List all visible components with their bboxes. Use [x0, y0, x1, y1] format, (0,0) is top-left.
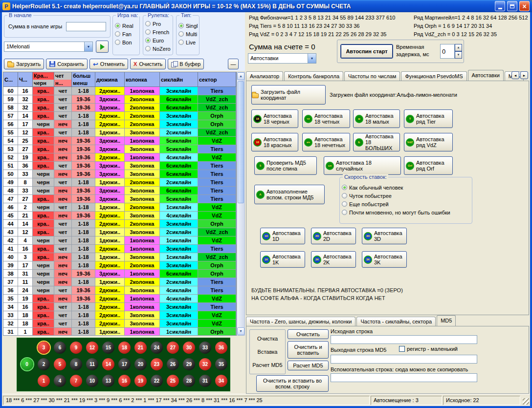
wheel-number-20[interactable]: 20 [134, 358, 147, 370]
chevron-down-icon[interactable]: ▼ [308, 54, 316, 63]
wheel-number-1[interactable]: 1 [38, 375, 50, 387]
md5-out-input[interactable] [331, 355, 477, 364]
wheel-number-22[interactable]: 22 [151, 375, 163, 387]
wheel-number-17[interactable]: 17 [118, 358, 131, 370]
radio-option-3[interactable]: Euro [143, 36, 173, 44]
autobet-button[interactable]: чтАвтоставка 18 четных [302, 109, 350, 128]
autobet-button[interactable]: 2KАвтоставка 2K [311, 251, 356, 268]
wheel-number-21[interactable]: 21 [134, 342, 147, 354]
tab-md5[interactable]: MD5 [437, 315, 456, 326]
spin-up-button[interactable]: ▲ [455, 44, 462, 51]
title-bar[interactable]: Р HelperRoullet 5.1- create helperroulle… [0, 0, 532, 12]
collapse-button[interactable]: — [228, 59, 239, 69]
wheel-number-11[interactable]: 11 [86, 358, 98, 370]
tab-частота-сиклайны-сектора[interactable]: Частота - сиклайны, сектора [356, 317, 436, 326]
autobet-button[interactable]: VdZАвтоставка ряд VdZ [404, 133, 453, 151]
autobet-button[interactable]: 2DАвтоставка 2D [311, 228, 356, 244]
tab-анализатор[interactable]: Анализатор [246, 71, 283, 81]
wheel-number-12[interactable]: 12 [86, 342, 98, 354]
wheel-number-31[interactable]: 31 [199, 375, 211, 387]
autobet-button[interactable]: 1KАвтоставка 1K [260, 251, 305, 268]
autobet-button[interactable]: 18Автоставка 18 красных [251, 133, 298, 151]
profile-combobox[interactable]: 1Melonati ▼ [4, 42, 93, 52]
radio-option-1[interactable]: Pro [143, 20, 173, 28]
tab-функционал-psevdoms[interactable]: Функционал PsevdoMS [401, 71, 466, 81]
wheel-number-35[interactable]: 35 [215, 358, 227, 370]
scroll-thumb[interactable] [238, 81, 244, 203]
md5-paste-aux-button[interactable]: Очистить и вставить во вспом. строку [256, 375, 329, 392]
wheel-number-33[interactable]: 33 [199, 342, 211, 354]
load-coordinates-button[interactable]: Загрузить файл координат [251, 85, 326, 105]
wheel-number-15[interactable]: 15 [102, 342, 114, 354]
wheel-number-18[interactable]: 18 [118, 342, 131, 354]
md5-clear-button[interactable]: Очистить [288, 329, 329, 339]
radio-option-3[interactable]: Bon [113, 38, 139, 46]
play-button[interactable] [96, 41, 109, 53]
wheel-number-9[interactable]: 9 [70, 342, 82, 354]
close-button[interactable]: × [519, 1, 530, 11]
wheel-number-13[interactable]: 13 [102, 375, 114, 387]
autobet-button[interactable]: слАвтоставка 18 случайных [324, 156, 401, 175]
radio-option-2[interactable]: Fan [113, 30, 139, 38]
toolbar-undo-button[interactable]: ↩Отменить [89, 59, 128, 69]
wheel-number-23[interactable]: 23 [151, 358, 163, 370]
radio-option-4[interactable]: Почти мгновенно, но могут быть ошибки [340, 208, 472, 216]
autobets-combobox[interactable]: Автоставки ▼ [248, 53, 316, 64]
autobet-button[interactable]: мАвтоставка 18 малых [353, 109, 400, 128]
autofill-md5-button[interactable]: А Автозаполнение вспом. строки МД5 [254, 185, 325, 204]
md5-clear-paste-button[interactable]: Очистить и вставить [288, 341, 329, 359]
radio-option-4[interactable]: NoZero [143, 44, 173, 53]
wheel-number-28[interactable]: 28 [183, 375, 195, 387]
md5-source-input[interactable] [331, 335, 477, 344]
scroll-down-button[interactable]: ▼ [237, 327, 244, 335]
autobet-button[interactable]: 18Автоставка 18 черных [251, 109, 298, 128]
wheel-number-3[interactable]: 3 [38, 342, 50, 354]
radio-option-2[interactable]: Чуток побыстрее [340, 192, 472, 200]
start-sum-input[interactable] [66, 22, 106, 31]
radio-option-3[interactable]: Live [177, 38, 199, 46]
toolbar-folder-button[interactable]: Загрузить [4, 59, 44, 69]
scroll-up-button[interactable]: ▲ [237, 72, 244, 80]
vertical-scrollbar[interactable]: ▲ ▼ [237, 72, 245, 336]
wheel-number-26[interactable]: 26 [167, 358, 179, 370]
wheel-number-24[interactable]: 24 [151, 342, 163, 354]
wheel-number-16[interactable]: 16 [118, 375, 131, 387]
wheel-number-27[interactable]: 27 [167, 342, 179, 354]
register-checkbox[interactable] [399, 346, 405, 352]
autobet-button[interactable]: 1DАвтоставка 1D [260, 228, 305, 244]
tab-scroll-right-button[interactable]: ► [520, 71, 528, 79]
radio-option-3[interactable]: Еще побыстрей [340, 200, 472, 208]
tab-частота-zero-шансы-дюжины-колонки[interactable]: Частота - Zero, шансы, дюжины, колонки [246, 317, 355, 326]
wheel-number-30[interactable]: 30 [183, 342, 195, 354]
tab-контроль-банкролла[interactable]: Контроль банкролла [284, 71, 343, 81]
maximize-button[interactable] [507, 1, 517, 11]
wheel-number-36[interactable]: 36 [215, 342, 227, 354]
autobet-button[interactable]: OrfАвтоставка ряд Orf [404, 156, 453, 175]
chevron-down-icon[interactable]: ▼ [84, 42, 92, 51]
autospin-start-button[interactable]: Автоспин старт [340, 44, 393, 59]
toolbar-save-button[interactable]: Сохранить [46, 59, 88, 69]
tab-scroll-left-button[interactable]: ◄ [511, 71, 519, 79]
wheel-number-6[interactable]: 6 [54, 342, 66, 354]
tab-частоты-по-числам[interactable]: Частоты по числам [344, 71, 400, 81]
radio-option-1[interactable]: Singl [177, 21, 199, 30]
toolbar-clear-button[interactable]: XОчистить [130, 59, 166, 69]
autobet-button[interactable]: нчАвтоставка 18 нечетных [302, 133, 350, 151]
autobet-button[interactable]: ТАвтоставка ряд Tier [404, 109, 453, 128]
radio-option-1[interactable]: Real [113, 21, 139, 30]
radio-option-2[interactable]: French [143, 28, 173, 36]
md5-aux-input[interactable] [331, 373, 477, 382]
autobet-button[interactable]: 3DАвтоставка 3D [362, 228, 407, 244]
radio-option-2[interactable]: Multi [177, 30, 199, 38]
wheel-number-5[interactable]: 5 [54, 358, 66, 370]
delay-input[interactable] [440, 44, 455, 59]
spin-down-button[interactable]: ▼ [455, 51, 462, 59]
wheel-number-2[interactable]: 2 [38, 358, 50, 370]
radio-option-1[interactable]: Как обычный человек [340, 183, 472, 192]
wheel-number-25[interactable]: 25 [167, 375, 179, 387]
autobet-button[interactable]: БАвтоставка 18 БОЛЬШИХ [353, 133, 400, 151]
autobet-button[interactable]: 3KАвтоставка 3K [362, 251, 407, 268]
wheel-number-19[interactable]: 19 [134, 375, 147, 387]
toolbar-copy-button[interactable]: В буфер [168, 59, 204, 69]
md5-calc-button[interactable]: Расчет MD5 [288, 361, 329, 370]
